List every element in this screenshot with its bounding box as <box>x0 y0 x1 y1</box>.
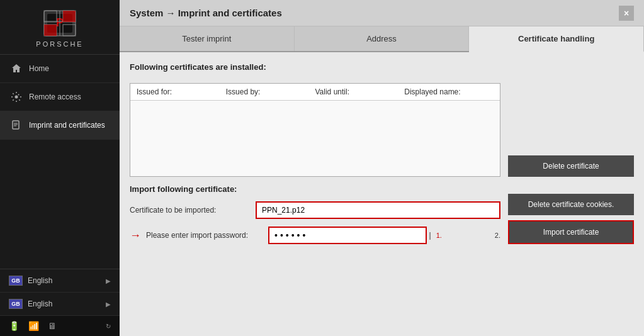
battery-icon: 🔋 <box>9 321 20 331</box>
cert-section-title: Following certificates are installed: <box>130 62 500 72</box>
svg-rect-10 <box>44 25 57 36</box>
arrow-right-icon: → <box>130 229 141 242</box>
sidebar-imprint-label: Imprint and certificates <box>29 121 105 130</box>
password-label: Please enter import password: <box>146 231 266 240</box>
tabs-bar: Tester imprint Address Certificate handl… <box>120 26 644 52</box>
sidebar-nav: Home Remote access Imprint and certi <box>0 55 120 269</box>
flag-gb-1: GB <box>9 276 23 286</box>
lang-label-1: English <box>28 276 52 285</box>
close-button[interactable]: × <box>619 6 634 21</box>
import-right-buttons: Delete certificate cookies. Import certi… <box>508 184 634 244</box>
import-certificate-button[interactable]: Import certificate <box>508 220 634 244</box>
col-valid-until: Valid until: <box>315 87 405 96</box>
tab-tester-imprint[interactable]: Tester imprint <box>120 26 295 51</box>
cert-import-row: Certificate to be imported: <box>130 201 500 219</box>
flag-gb-2: GB <box>9 299 23 309</box>
upper-section: Following certificates are installed: Is… <box>130 62 634 177</box>
brand-name: PORSCHE <box>36 40 83 48</box>
chevron-right-icon-1: ▶ <box>106 277 111 284</box>
password-input[interactable] <box>268 227 427 244</box>
import-section-wrapper: Import following certificate: Certificat… <box>130 184 634 244</box>
sidebar: P PORSCHE Home <box>0 0 120 336</box>
document-icon <box>10 119 23 132</box>
wifi-icon: 📶 <box>28 321 39 331</box>
step2-badge: 2. <box>495 232 500 239</box>
svg-rect-9 <box>63 11 76 22</box>
lang-label-2: English <box>28 300 52 308</box>
svg-point-11 <box>15 96 18 99</box>
page-title: System → Imprint and certificates <box>130 8 282 18</box>
cert-table-body <box>130 101 500 176</box>
import-section: Import following certificate: Certificat… <box>130 184 500 244</box>
delete-certificate-button[interactable]: Delete certificate <box>508 155 634 177</box>
delete-cookies-button[interactable]: Delete certificate cookies. <box>508 194 634 215</box>
sidebar-lang-english-2[interactable]: GB English ▶ <box>0 293 120 316</box>
sidebar-item-imprint[interactable]: Imprint and certificates <box>0 111 120 140</box>
tab-address[interactable]: Address <box>295 26 470 51</box>
monitor-icon: 🖥 <box>48 321 57 331</box>
gear-icon <box>10 91 23 103</box>
sidebar-bottom: GB English ▶ GB English ▶ 🔋 📶 🖥 ↻ <box>0 269 120 336</box>
cert-import-label: Certificate to be imported: <box>130 206 249 215</box>
col-issued-for: Issued for: <box>137 87 226 96</box>
sidebar-item-remote-access[interactable]: Remote access <box>0 83 120 111</box>
sidebar-remote-label: Remote access <box>29 92 81 101</box>
cert-import-input[interactable] <box>256 201 500 219</box>
main-content: System → Imprint and certificates × Test… <box>120 0 644 336</box>
right-button-panel: Delete certificate <box>508 62 634 177</box>
porsche-crest-icon: P <box>41 8 79 39</box>
cursor-indicator: | <box>429 231 431 240</box>
sidebar-system-bar: 🔋 📶 🖥 ↻ <box>0 316 120 336</box>
content-area: Following certificates are installed: Is… <box>120 52 644 336</box>
cert-table: Issued for: Issued by: Valid until: Disp… <box>130 83 500 177</box>
sidebar-lang-english-1[interactable]: GB English ▶ <box>0 269 120 293</box>
sidebar-logo: P PORSCHE <box>0 0 120 55</box>
cert-section: Following certificates are installed: Is… <box>130 62 500 177</box>
system-status: ↻ <box>106 323 111 330</box>
password-row: → Please enter import password: | 1. 2. <box>130 227 500 244</box>
chevron-right-icon-2: ▶ <box>106 301 111 308</box>
tab-certificate-handling[interactable]: Certificate handling <box>469 26 644 52</box>
cert-table-header: Issued for: Issued by: Valid until: Disp… <box>130 84 500 101</box>
title-bar: System → Imprint and certificates × <box>120 0 644 26</box>
sidebar-home-label: Home <box>29 64 49 73</box>
home-icon <box>10 62 23 75</box>
sidebar-item-home[interactable]: Home <box>0 55 120 83</box>
import-title: Import following certificate: <box>130 184 500 194</box>
col-displayed-name: Displayed name: <box>404 87 494 96</box>
col-issued-by: Issued by: <box>226 87 315 96</box>
step1-badge: 1. <box>436 232 442 239</box>
